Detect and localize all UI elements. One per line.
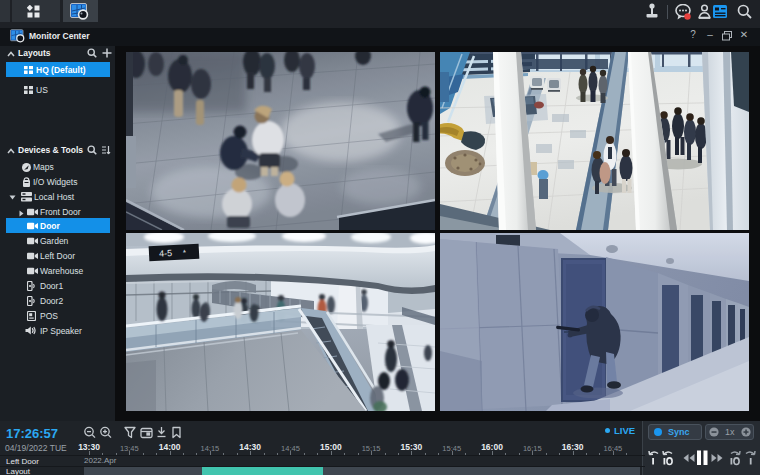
svg-text:4-5: 4-5 (159, 248, 173, 259)
svg-text:▲: ▲ (182, 247, 187, 253)
